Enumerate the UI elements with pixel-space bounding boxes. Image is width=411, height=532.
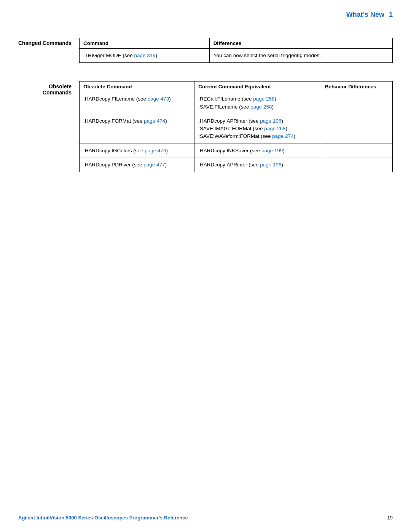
hardcopy-pddriver-link[interactable]: page 477: [143, 162, 165, 168]
whats-new-title: What's New: [346, 11, 384, 19]
triggermode-link[interactable]: page 319: [134, 53, 156, 58]
page-footer: Agilent InfiniiVision 5000 Series Oscill…: [0, 510, 411, 521]
table-row: :TRIGger:MODE (see page 319) You can now…: [80, 49, 393, 63]
current-format-cell: :HARDcopy:APRinter (see page 196) :SAVE:…: [194, 114, 321, 144]
obsolete-commands-header-row: Obsolete Command Current Command Equival…: [80, 81, 393, 92]
changed-commands-section: Changed Commands Command Differences :TR…: [18, 38, 393, 63]
obsolete-filename-cell: :HARDcopy:FILename (see page 473): [80, 92, 194, 114]
save-filename-link[interactable]: page 258: [250, 104, 272, 110]
table-row: :HARDcopy:PDRiver (see page 477) :HARDco…: [80, 158, 393, 172]
header-right: What's New 1: [346, 11, 393, 19]
recall-filename-link[interactable]: page 258: [253, 96, 274, 102]
behavior-igcolors-cell: [321, 144, 392, 158]
aprinter-link-2[interactable]: page 196: [260, 162, 281, 168]
current-igcolors-cell: :HARDcopy:INKSaver (see page 199): [194, 144, 321, 158]
changed-commands-label: Changed Commands: [18, 38, 79, 63]
behavior-filename-cell: [321, 92, 392, 114]
behavior-pddriver-cell: [321, 158, 392, 172]
obsolete-commands-table: Obsolete Command Current Command Equival…: [79, 81, 393, 172]
current-pddriver-cell: :HARDcopy:APRinter (see page 196): [194, 158, 321, 172]
table-row: :HARDcopy:FILename (see page 473) :RECal…: [80, 92, 393, 114]
inksaver-link[interactable]: page 199: [261, 148, 283, 153]
changed-commands-table-container: Command Differences :TRIGger:MODE (see p…: [79, 38, 393, 63]
obsolete-commands-section: Obsolete Commands Obsolete Command Curre…: [18, 81, 393, 172]
footer-title: Agilent InfiniiVision 5000 Series Oscill…: [18, 515, 188, 521]
save-waveform-format-link[interactable]: page 274: [272, 133, 293, 139]
table-row: :HARDcopy:IGColors (see page 476) :HARDc…: [80, 144, 393, 158]
hardcopy-filename-link[interactable]: page 473: [148, 96, 169, 102]
aprinter-link-1[interactable]: page 196: [260, 118, 281, 124]
current-filename-cell: :RECall:FILename (see page 258) :SAVE:FI…: [194, 92, 321, 114]
hardcopy-format-link[interactable]: page 474: [144, 118, 165, 124]
changed-cmd-command-cell: :TRIGger:MODE (see page 319): [80, 49, 210, 63]
obsolete-commands-label: Obsolete Commands: [18, 81, 79, 172]
hardcopy-igcolors-link[interactable]: page 476: [145, 148, 166, 153]
changed-cmd-header-command: Command: [80, 38, 210, 49]
behavior-format-cell: [321, 114, 392, 144]
header-page-number: 1: [389, 11, 393, 19]
obsolete-format-cell: :HARDcopy:FORMat (see page 474): [80, 114, 194, 144]
table-row: :HARDcopy:FORMat (see page 474) :HARDcop…: [80, 114, 393, 144]
changed-commands-table: Command Differences :TRIGger:MODE (see p…: [79, 38, 393, 63]
save-image-format-link[interactable]: page 268: [264, 126, 285, 131]
main-content: Changed Commands Command Differences :TR…: [0, 26, 411, 210]
changed-cmd-header-differences: Differences: [209, 38, 392, 49]
page-header: What's New 1: [0, 0, 411, 26]
changed-commands-header-row: Command Differences: [80, 38, 393, 49]
footer-page: 19: [387, 515, 393, 521]
obsolete-commands-table-container: Obsolete Command Current Command Equival…: [79, 81, 393, 172]
obsolete-cmd-header-obsolete: Obsolete Command: [80, 81, 194, 92]
obsolete-cmd-header-behavior: Behavior Differences: [321, 81, 392, 92]
changed-cmd-differences-cell: You can now select the serial triggering…: [209, 49, 392, 63]
obsolete-igcolors-cell: :HARDcopy:IGColors (see page 476): [80, 144, 194, 158]
obsolete-pddriver-cell: :HARDcopy:PDRiver (see page 477): [80, 158, 194, 172]
obsolete-cmd-header-current: Current Command Equivalent: [194, 81, 321, 92]
